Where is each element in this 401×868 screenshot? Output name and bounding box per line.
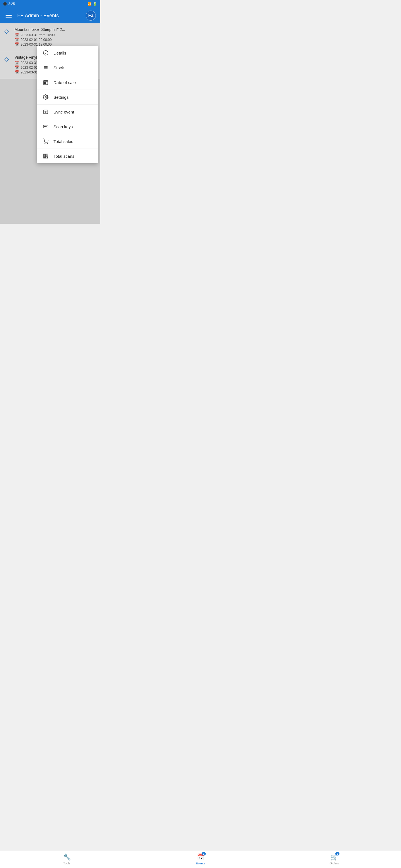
menu-item-total-scans[interactable]: Total scans <box>37 149 98 163</box>
menu-item-date-of-sale[interactable]: Date of sale <box>37 75 98 90</box>
settings-label: Settings <box>54 95 68 100</box>
total-scans-icon <box>42 153 49 159</box>
status-bar: 3:25 📶 🔋 <box>0 0 100 8</box>
menu-item-total-sales[interactable]: Total sales <box>37 134 98 149</box>
stock-icon <box>42 64 49 71</box>
app-bar-title: FE Admin - Events <box>17 13 86 19</box>
total-sales-icon <box>42 138 49 145</box>
details-icon <box>42 50 49 56</box>
menu-item-stock[interactable]: Stock <box>37 60 98 75</box>
svg-rect-21 <box>47 155 47 155</box>
avatar[interactable]: Fa <box>86 10 96 21</box>
status-dot <box>3 2 7 6</box>
signal-icon: 📶 <box>87 2 92 6</box>
menu-item-scan-keys[interactable]: Scan keys <box>37 119 98 134</box>
sync-event-label: Sync event <box>54 110 74 114</box>
scan-keys-label: Scan keys <box>54 124 73 129</box>
date-of-sale-label: Date of sale <box>54 80 76 85</box>
menu-item-details[interactable]: Details <box>37 45 98 60</box>
status-bar-left: 3:25 <box>3 2 15 6</box>
sync-event-icon <box>42 108 49 115</box>
date-of-sale-icon <box>42 79 49 86</box>
settings-icon <box>42 94 49 100</box>
svg-point-15 <box>45 143 46 144</box>
status-bar-right: 📶 🔋 <box>87 2 97 6</box>
details-label: Details <box>54 51 66 55</box>
svg-point-11 <box>45 96 47 98</box>
status-time: 3:25 <box>8 2 15 6</box>
context-menu: Details Stock Date of sale Settings Sync… <box>37 45 98 163</box>
svg-point-16 <box>47 143 48 144</box>
menu-item-sync-event[interactable]: Sync event <box>37 104 98 119</box>
menu-button[interactable] <box>4 12 13 19</box>
svg-rect-10 <box>45 83 46 84</box>
page-wrapper: ◇ Mountain bike "Steep hill" 2... 📅 2023… <box>0 23 100 224</box>
svg-rect-20 <box>44 155 45 155</box>
stock-label: Stock <box>54 65 64 70</box>
battery-icon: 🔋 <box>93 2 97 6</box>
scan-keys-icon <box>42 123 49 130</box>
total-scans-label: Total scans <box>54 154 74 159</box>
app-bar: FE Admin - Events Fa <box>0 8 100 23</box>
total-sales-label: Total sales <box>54 139 73 144</box>
menu-item-settings[interactable]: Settings <box>37 90 98 104</box>
svg-rect-22 <box>44 157 45 157</box>
